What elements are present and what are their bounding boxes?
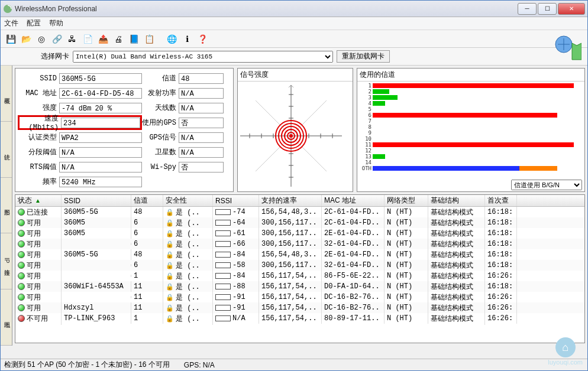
channel-row: 2	[360, 89, 582, 95]
channel-mode-combo[interactable]: 信道使用 B/G/N	[511, 180, 582, 190]
cell-ssid: TP-LINK_F963	[62, 313, 131, 324]
status-dot-icon	[18, 272, 25, 279]
channel-label: 信道	[142, 73, 179, 83]
txpower-label: 发射功率	[142, 88, 179, 98]
side-tab-summary[interactable]: 概要	[1, 66, 12, 122]
cell-first: 16:18:	[485, 281, 517, 292]
side-tab-stats[interactable]: 统计	[1, 122, 12, 178]
reload-nic-button[interactable]: 重新加载网卡	[337, 50, 390, 63]
channel-row: 3	[360, 95, 582, 100]
book-icon[interactable]: 📘	[127, 32, 140, 45]
hdr-net[interactable]: 网络类型	[385, 195, 428, 206]
main-area: 概要 统计 图形 IP 连接 地图 SSID360M5-5G MAC 地址2C-…	[1, 66, 587, 346]
export-icon[interactable]: 📤	[96, 32, 109, 45]
signal-title: 信号强度	[238, 69, 353, 82]
gpssig-value: N/A	[179, 132, 224, 143]
grid-body[interactable]: 已连接 360M5-5G 48 🔒是 (.. -74 156,54,48,3..…	[15, 207, 584, 343]
side-tab-graph[interactable]: 图形	[1, 178, 12, 234]
rssi-bar	[215, 241, 231, 247]
cell-rssi: -88	[232, 282, 245, 291]
cell-mac: 86-F5-6E-22..	[322, 271, 385, 281]
folder-icon[interactable]: 📂	[20, 32, 33, 45]
side-tab-map[interactable]: 地图	[1, 289, 12, 346]
table-row[interactable]: 不可用 TP-LINK_F963 1 🔒是 (.. N/A 156,117,54…	[15, 313, 584, 324]
target-icon[interactable]: ◎	[35, 32, 48, 45]
cell-first: 16:18:	[485, 249, 517, 260]
cell-first: 16:18:	[485, 207, 517, 217]
cell-rssi: -64	[232, 219, 245, 227]
titlebar: WirelessMon Professional ─ ☐ ✕	[1, 1, 587, 17]
channel-number: 13	[360, 154, 373, 160]
hdr-rssi[interactable]: RSSI	[213, 195, 259, 206]
table-row[interactable]: 可用 Hdxszyl 11 🔒是 (.. -91 156,117,54,.. D…	[15, 302, 584, 313]
globe-icon[interactable]: 🌐	[165, 32, 178, 45]
table-row[interactable]: 可用 11 🔒是 (.. -91 156,117,54,.. DC-16-B2-…	[15, 292, 584, 302]
help-icon[interactable]: ❓	[196, 32, 209, 45]
gpssig-label: GPS信号	[142, 132, 179, 142]
info-icon[interactable]: ℹ	[180, 32, 193, 45]
menu-file[interactable]: 文件	[4, 18, 18, 28]
table-row[interactable]: 可用 6 🔒是 (.. -66 300,156,117.. 32-61-04-F…	[15, 239, 584, 249]
side-tab-ip[interactable]: IP 连接	[1, 233, 12, 289]
nic-combo[interactable]: Intel(R) Dual Band Wireless-AC 3165	[73, 51, 333, 63]
ap-grid: 状态▲ SSID 信道 安全性 RSSI 支持的速率 MAC 地址 网络类型 基…	[15, 194, 585, 343]
hdr-rates[interactable]: 支持的速率	[259, 195, 322, 206]
ant-value: N/A	[179, 103, 224, 113]
cell-security: 是 (..	[176, 303, 200, 313]
cell-ssid: 360M5-5G	[62, 249, 131, 260]
status-text: 可用	[27, 261, 41, 271]
status-text: 可用	[27, 292, 41, 302]
status-gps: GPS: N/A	[184, 361, 215, 369]
maximize-button[interactable]: ☐	[538, 3, 557, 15]
hdr-status[interactable]: 状态▲	[15, 195, 62, 206]
table-row[interactable]: 可用 1 🔒是 (.. -84 156,117,54,.. 86-F5-6E-2…	[15, 271, 584, 281]
cell-ssid: 360WiFi-64553A	[62, 281, 131, 292]
content: SSID360M5-5G MAC 地址2C-61-04-FD-D5-48 强度-…	[12, 66, 587, 346]
lock-icon: 🔒	[166, 315, 174, 323]
grid-header: 状态▲ SSID 信道 安全性 RSSI 支持的速率 MAC 地址 网络类型 基…	[15, 195, 584, 207]
save-icon[interactable]: 💾	[4, 32, 17, 45]
table-row[interactable]: 已连接 360M5-5G 48 🔒是 (.. -74 156,54,48,3..…	[15, 207, 584, 217]
menu-config[interactable]: 配置	[27, 18, 41, 28]
nodes2-icon[interactable]: 🖧	[66, 32, 79, 45]
cell-ssid	[62, 275, 131, 277]
hdr-infra[interactable]: 基础结构	[428, 195, 485, 206]
status-text: 可用	[27, 239, 41, 249]
cell-rates: 300,156,117..	[259, 228, 322, 239]
table-row[interactable]: 可用 360M5 6 🔒是 (.. -61 300,156,117.. 2E-6…	[15, 228, 584, 239]
hdr-security[interactable]: 安全性	[163, 195, 213, 206]
sheet-icon[interactable]: 📄	[81, 32, 94, 45]
channel-number: 3	[360, 95, 373, 100]
table-row[interactable]: 可用 360M5-5G 48 🔒是 (.. -84 156,54,48,3.. …	[15, 249, 584, 260]
status-text: 可用	[27, 282, 41, 292]
hdr-mac[interactable]: MAC 地址	[322, 195, 385, 206]
nodes-icon[interactable]: 🔗	[50, 32, 63, 45]
hdr-first[interactable]: 首次查	[485, 195, 517, 206]
speed-value: 234	[61, 118, 140, 128]
table-row[interactable]: 可用 360WiFi-64553A 11 🔒是 (.. -88 156,117,…	[15, 281, 584, 292]
mac-label: MAC 地址	[18, 88, 59, 98]
rssi-bar	[215, 220, 231, 226]
printer-icon[interactable]: 🖨	[112, 32, 125, 45]
hdr-ssid[interactable]: SSID	[62, 195, 131, 206]
channel-number: 8	[360, 124, 373, 130]
table-row[interactable]: 可用 360M5 6 🔒是 (.. -64 300,156,117.. 2C-6…	[15, 217, 584, 228]
clipboard-icon[interactable]: 📋	[143, 32, 156, 45]
window-controls: ─ ☐ ✕	[518, 3, 585, 15]
channel-number: 2	[360, 89, 373, 95]
menu-help[interactable]: 帮助	[49, 18, 63, 28]
minimize-button[interactable]: ─	[518, 3, 537, 15]
close-button[interactable]: ✕	[558, 3, 585, 15]
ant-label: 天线数	[142, 103, 179, 113]
cell-rssi: -91	[232, 293, 245, 301]
table-row[interactable]: 可用 6 🔒是 (.. -58 300,156,117.. 32-61-04-F…	[15, 260, 584, 271]
rssi-bar	[215, 305, 231, 311]
channels-pane: 使用的信道 1234567891011121314OTH 信道使用 B/G/N	[357, 68, 585, 192]
cell-mac: D0-FA-1D-64..	[322, 281, 385, 292]
channel-number: 9	[360, 130, 373, 136]
channel-row: 10	[360, 136, 582, 142]
hdr-channel[interactable]: 信道	[131, 195, 163, 206]
cell-rates: 300,156,117..	[259, 260, 322, 271]
statusbar: 检测到 51 个AP (50 个加密 - 1 个未加密) - 16 个可用 GP…	[1, 359, 587, 370]
status-text: 已连接	[27, 207, 48, 217]
